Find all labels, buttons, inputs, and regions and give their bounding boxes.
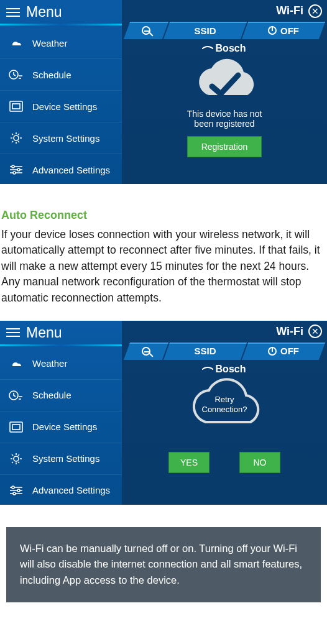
cloud-check-icon — [187, 57, 262, 105]
menu-header[interactable]: Menu — [0, 0, 122, 27]
power-icon — [268, 26, 277, 35]
sidebar-item-device-settings[interactable]: Device Settings — [0, 91, 122, 122]
toolbar: SSID OFF — [127, 22, 322, 39]
schedule-icon — [7, 67, 25, 82]
tab-power-off[interactable]: OFF — [245, 22, 322, 39]
hamburger-icon — [6, 328, 20, 337]
schedule-icon — [7, 388, 25, 403]
page-title: Wi-Fi — [276, 4, 303, 17]
doc-heading: Auto Reconnect — [1, 209, 326, 222]
svg-point-5 — [17, 168, 20, 171]
svg-rect-8 — [10, 422, 22, 432]
brand-logo: Bosch — [203, 364, 246, 375]
device-screenshot-1: Menu Weather Schedule Device Settings — [0, 0, 327, 184]
tab-ssid[interactable]: SSID — [167, 22, 244, 39]
svg-rect-1 — [10, 101, 22, 111]
sidebar-item-label: Weather — [32, 38, 67, 48]
menu-label: Menu — [26, 324, 62, 341]
main-header: Wi-Fi ✕ — [122, 0, 327, 22]
sidebar-item-system-settings[interactable]: System Settings — [0, 122, 122, 154]
sidebar: Menu Weather Schedule Device Settings — [0, 321, 122, 505]
weather-icon — [7, 35, 25, 50]
device-icon — [7, 99, 25, 114]
sidebar-item-advanced-settings[interactable]: Advanced Settings — [0, 154, 122, 186]
retry-line-1: Retry — [202, 395, 247, 405]
status-line-2: been registered — [187, 119, 262, 129]
wifi-arc-icon — [201, 363, 214, 375]
tab-power-off[interactable]: OFF — [245, 343, 322, 360]
yes-no-buttons: YES NO — [168, 452, 280, 473]
retry-line-2: Connection? — [202, 405, 247, 415]
sidebar-item-schedule[interactable]: Schedule — [0, 59, 122, 91]
close-icon[interactable]: ✕ — [308, 4, 322, 18]
sidebar-item-label: Schedule — [32, 70, 71, 80]
close-icon[interactable]: ✕ — [308, 324, 322, 338]
doc-paragraph: If your device loses connection with you… — [1, 227, 326, 306]
svg-rect-9 — [12, 425, 20, 430]
search-icon — [142, 347, 150, 356]
sidebar-item-label: Schedule — [32, 390, 71, 400]
main-header: Wi-Fi ✕ — [122, 321, 327, 343]
no-button[interactable]: NO — [239, 452, 280, 473]
sidebar-item-label: Device Settings — [32, 421, 97, 432]
tab-label: OFF — [280, 25, 299, 36]
system-icon — [7, 131, 25, 145]
menu-items: Weather Schedule Device Settings System … — [0, 348, 122, 507]
sidebar-item-advanced-settings[interactable]: Advanced Settings — [0, 475, 122, 507]
registration-button[interactable]: Registration — [187, 136, 262, 157]
main-body: Bosch This device has not been registere… — [122, 39, 327, 184]
search-icon — [142, 26, 150, 35]
sidebar-item-label: Advanced Settings — [32, 165, 110, 175]
tab-label: SSID — [194, 346, 216, 356]
doc-section: Auto Reconnect If your device loses conn… — [0, 184, 327, 321]
sidebar-item-system-settings[interactable]: System Settings — [0, 443, 122, 475]
sidebar-item-weather[interactable]: Weather — [0, 27, 122, 59]
svg-point-12 — [17, 489, 20, 492]
wifi-arc-icon — [201, 42, 214, 55]
svg-point-10 — [14, 456, 19, 461]
sidebar-item-label: Device Settings — [32, 101, 97, 112]
menu-label: Menu — [26, 4, 62, 21]
brand-text: Bosch — [216, 364, 246, 375]
advanced-icon — [7, 162, 25, 177]
device-icon — [7, 420, 25, 435]
weather-icon — [7, 356, 25, 371]
main-panel: Wi-Fi ✕ SSID OFF Bosch This device has — [122, 0, 327, 184]
main-panel: Wi-Fi ✕ SSID OFF Bosch Retry — [122, 321, 327, 505]
status-line-1: This device has not — [187, 109, 262, 119]
advanced-icon — [7, 483, 25, 498]
svg-point-3 — [14, 136, 19, 140]
brand-text: Bosch — [216, 43, 246, 54]
sidebar: Menu Weather Schedule Device Settings — [0, 0, 122, 184]
tab-search[interactable] — [127, 343, 165, 360]
svg-rect-2 — [12, 104, 20, 109]
tab-search[interactable] — [127, 22, 165, 39]
hamburger-icon — [6, 8, 20, 17]
power-icon — [268, 347, 277, 356]
sidebar-item-schedule[interactable]: Schedule — [0, 380, 122, 412]
note-box: Wi-Fi can be manually turned off or on. … — [6, 527, 321, 602]
main-body: Bosch Retry Connection? YES NO — [122, 360, 327, 505]
device-screenshot-2: Menu Weather Schedule Device Settings — [0, 321, 327, 505]
sidebar-item-label: Advanced Settings — [32, 485, 110, 495]
menu-header[interactable]: Menu — [0, 321, 122, 348]
sidebar-item-weather[interactable]: Weather — [0, 348, 122, 380]
yes-button[interactable]: YES — [168, 452, 210, 473]
system-icon — [7, 451, 25, 466]
toolbar: SSID OFF — [127, 343, 322, 360]
retry-label: Retry Connection? — [202, 395, 247, 414]
tab-ssid[interactable]: SSID — [167, 343, 244, 360]
status-text: This device has not been registered — [187, 109, 262, 129]
svg-point-11 — [12, 486, 14, 489]
svg-point-4 — [12, 165, 14, 168]
sidebar-item-device-settings[interactable]: Device Settings — [0, 412, 122, 443]
page-title: Wi-Fi — [276, 325, 303, 338]
sidebar-item-label: System Settings — [32, 133, 99, 144]
cloud-retry-icon: Retry Connection? — [181, 377, 268, 432]
sidebar-item-label: Weather — [32, 358, 67, 369]
brand-logo: Bosch — [203, 43, 246, 54]
svg-point-6 — [13, 172, 16, 174]
svg-point-13 — [13, 492, 16, 495]
tab-label: SSID — [194, 25, 216, 36]
sidebar-item-label: System Settings — [32, 453, 99, 464]
